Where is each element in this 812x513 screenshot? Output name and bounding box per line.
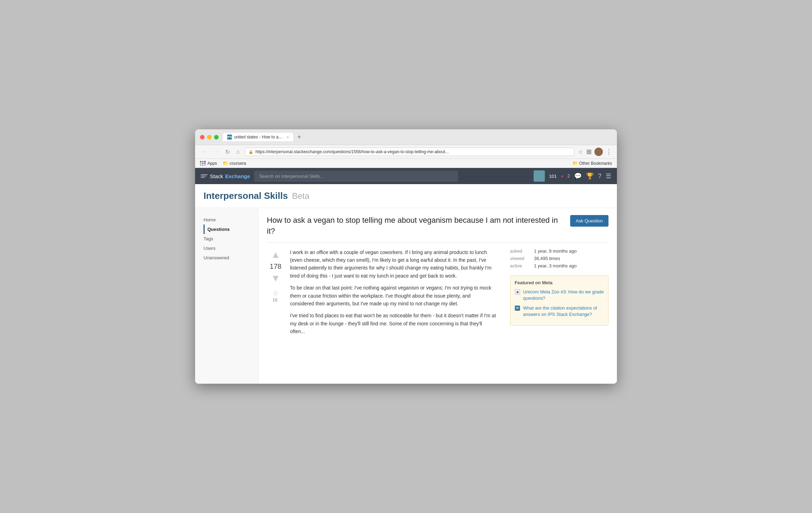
close-button[interactable] — [200, 135, 205, 139]
badge-dot: ● — [561, 174, 563, 178]
bookmark-star-icon[interactable]: ☆ — [578, 149, 583, 155]
title-bar: IPS united states - How to ask a ve × + — [195, 129, 617, 145]
user-avatar-se[interactable] — [534, 170, 545, 182]
tab-close-button[interactable]: × — [287, 135, 289, 139]
back-button[interactable]: ← — [200, 148, 208, 156]
menu-icon[interactable]: ⋮ — [606, 148, 612, 156]
bookmarks-bar: Apps 📁 coursera 📁 Other Bookmarks — [195, 159, 617, 168]
active-label: active — [510, 263, 531, 268]
tab-title: united states - How to ask a ve — [234, 135, 285, 139]
extensions-icon[interactable]: ⊞ — [586, 148, 592, 156]
favorite-count: 16 — [272, 297, 279, 303]
favorite-star-icon[interactable]: ☆ — [272, 289, 279, 297]
address-bar: ← → ↻ ⌂ 🔒 https://interpersonal.stackexc… — [195, 145, 617, 159]
help-icon[interactable]: ? — [598, 173, 601, 180]
active-value: 1 year, 3 months ago — [534, 263, 576, 268]
featured-item-2: IP What are the citation expectations of… — [515, 305, 604, 318]
vote-up-button[interactable]: ▲ — [269, 248, 282, 261]
featured-link-2[interactable]: What are the citation expectations of an… — [523, 305, 604, 318]
sidebar: Home Questions Tags Users Unanswered — [195, 208, 258, 384]
inbox-icon[interactable]: 💬 — [574, 172, 582, 180]
active-tab[interactable]: IPS united states - How to ask a ve × — [223, 133, 293, 141]
browser-header-icons: ⊞ ⋮ — [586, 148, 612, 156]
question-paragraph-3: I've tried to find places to eat that wo… — [290, 312, 496, 335]
se-logo-text: Stack — [210, 173, 223, 179]
reload-button[interactable]: ↻ — [224, 148, 231, 156]
viewed-label: viewed — [510, 256, 531, 261]
lock-icon: 🔒 — [249, 150, 253, 154]
site-beta-label: Beta — [292, 191, 309, 201]
traffic-lights — [200, 135, 219, 139]
user-avatar[interactable] — [594, 148, 603, 156]
se-navbar: Stack Exchange 101 ● 2 💬 🏆 ? ☰ — [195, 168, 617, 184]
question-with-votes: ▲ 178 ▼ ☆ 16 — [267, 248, 496, 340]
active-stat: active 1 year, 3 months ago — [510, 263, 608, 268]
vote-column: ▲ 178 ▼ ☆ 16 — [267, 248, 284, 340]
question-header: How to ask a vegan to stop telling me ab… — [267, 215, 608, 243]
hamburger-icon[interactable]: ☰ — [606, 172, 611, 180]
reputation-count: 101 — [549, 174, 557, 179]
new-tab-button[interactable]: + — [296, 134, 303, 141]
other-folder-icon: 📁 — [572, 161, 578, 166]
question-layout: ▲ 178 ▼ ☆ 16 — [267, 248, 608, 340]
forward-button[interactable]: → — [212, 148, 220, 156]
apps-grid-icon — [200, 161, 206, 166]
tab-favicon: IPS — [227, 135, 232, 139]
question-paragraph-2: To be clear on that last point: I've not… — [290, 284, 496, 307]
other-bookmarks[interactable]: 📁 Other Bookmarks — [572, 161, 612, 166]
asked-stat: asked 1 year, 9 months ago — [510, 248, 608, 254]
url-text: https://interpersonal.stackexchange.com/… — [256, 149, 449, 154]
viewed-stat: viewed 36,495 times — [510, 256, 608, 261]
coursera-label: coursera — [230, 161, 246, 166]
se-logo[interactable]: Stack Exchange — [201, 173, 250, 179]
content-area: Home Questions Tags Users Unanswered How… — [195, 208, 617, 384]
url-bar[interactable]: 🔒 https://interpersonal.stackexchange.co… — [245, 148, 574, 156]
sidebar-item-tags[interactable]: Tags — [204, 234, 258, 243]
question-paragraph-1: I work in an office with a couple of veg… — [290, 248, 496, 280]
browser-window: IPS united states - How to ask a ve × + … — [195, 129, 617, 384]
featured-on-meta: Featured on Meta ◆ Unicorn Meta Zoo #3: … — [510, 275, 608, 326]
sidebar-item-users[interactable]: Users — [204, 243, 258, 253]
se-nav-right: 101 ● 2 💬 🏆 ? ☰ — [534, 170, 611, 182]
se-logo-blue: Exchange — [225, 173, 250, 179]
coursera-bookmark[interactable]: 📁 coursera — [223, 161, 246, 166]
ask-question-button[interactable]: Ask Question — [570, 215, 608, 227]
sidebar-item-unanswered[interactable]: Unanswered — [204, 253, 258, 262]
featured-link-1[interactable]: Unicorn Meta Zoo #3: How do we grade que… — [523, 289, 604, 301]
asked-value: 1 year, 9 months ago — [534, 248, 576, 254]
apps-bookmark[interactable]: Apps — [200, 161, 217, 166]
question-content: I work in an office with a couple of veg… — [290, 248, 496, 340]
other-bookmarks-label: Other Bookmarks — [579, 161, 612, 166]
unicorn-favicon: ◆ — [515, 289, 520, 295]
right-column: asked 1 year, 9 months ago viewed 36,495… — [503, 248, 608, 340]
search-input[interactable] — [254, 171, 458, 182]
maximize-button[interactable] — [214, 135, 219, 139]
ips-favicon: IP — [515, 305, 520, 311]
viewed-value: 36,495 times — [534, 256, 560, 261]
question-stats: asked 1 year, 9 months ago viewed 36,495… — [510, 248, 608, 268]
badge-number: 2 — [567, 174, 570, 178]
site-header: Interpersonal Skills Beta — [195, 184, 617, 208]
vote-count: 178 — [270, 262, 281, 271]
folder-icon: 📁 — [223, 161, 228, 166]
site-title: Interpersonal Skills — [204, 190, 288, 201]
question-title: How to ask a vegan to stop telling me ab… — [267, 215, 563, 237]
question-body: ▲ 178 ▼ ☆ 16 — [267, 248, 496, 340]
vote-down-button[interactable]: ▼ — [269, 272, 282, 285]
featured-item-1: ◆ Unicorn Meta Zoo #3: How do we grade q… — [515, 289, 604, 301]
apps-label: Apps — [207, 161, 217, 166]
achievements-icon[interactable]: 🏆 — [586, 172, 594, 180]
asked-label: asked — [510, 248, 531, 254]
main-column: How to ask a vegan to stop telling me ab… — [258, 208, 617, 384]
tab-bar: IPS united states - How to ask a ve × + — [223, 133, 612, 141]
featured-title: Featured on Meta — [515, 280, 604, 285]
sidebar-item-home[interactable]: Home — [204, 215, 258, 225]
favorite-section: ☆ 16 — [272, 289, 279, 303]
minimize-button[interactable] — [207, 135, 212, 139]
se-logo-icon — [201, 173, 208, 179]
sidebar-item-questions[interactable]: Questions — [204, 225, 258, 234]
home-button[interactable]: ⌂ — [235, 148, 241, 156]
